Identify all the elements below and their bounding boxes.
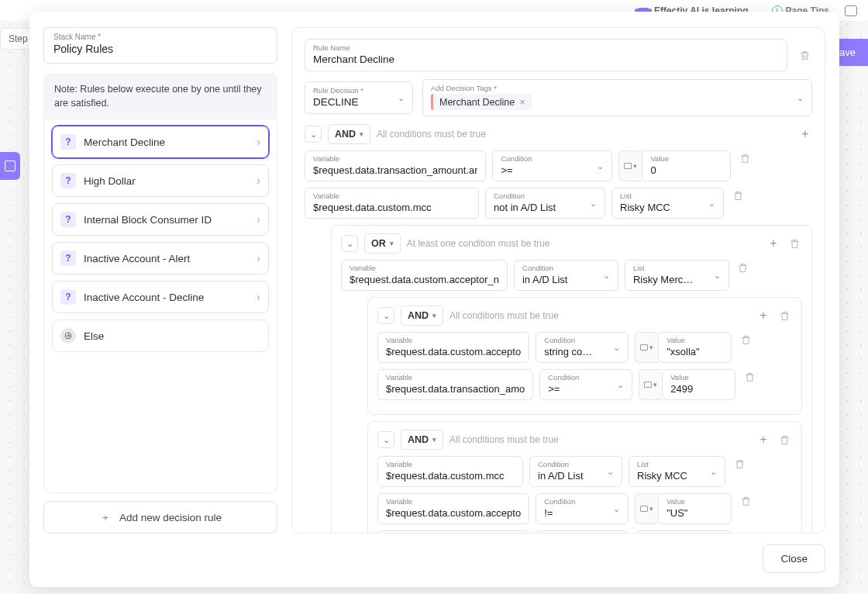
add-rule-button[interactable]: + Add new decision rule xyxy=(43,501,277,534)
rule-decision-label: Rule Decision xyxy=(313,86,405,95)
condition-row: Variable $request.data.custom.mcc Condit… xyxy=(377,456,792,487)
list-select[interactable]: List Risky MCC ⌄ xyxy=(629,456,725,487)
value-field[interactable]: Value "xsolla" xyxy=(658,332,732,363)
plus-icon: + xyxy=(99,511,112,523)
variable-field[interactable]: Variable $request.data.custom.accepto xyxy=(377,493,529,524)
close-button[interactable]: Close xyxy=(763,544,825,573)
variable-field[interactable]: Variable $request.data.custom.acceptor_n xyxy=(341,260,508,291)
condition-group-and-nested: ⌄ AND▾ All conditions must be true + Var… xyxy=(367,421,802,534)
chevron-right-icon: › xyxy=(257,174,260,187)
boolean-operator-select[interactable]: AND▾ xyxy=(401,306,443,326)
rule-label: Inactive Account - Alert xyxy=(84,253,249,264)
delete-condition-button[interactable] xyxy=(730,188,746,203)
variable-field[interactable]: Variable $request.data.custom.mcc xyxy=(377,456,523,487)
variable-field[interactable]: Variable $request.data.transaction_amo xyxy=(377,369,533,400)
condition-row: Variable $request.data.custom.mcc Condit… xyxy=(305,188,812,219)
condition-hint: At least one condition must be true xyxy=(407,238,550,249)
value-field[interactable]: Value "US" xyxy=(658,493,732,524)
arrow-right-icon xyxy=(60,328,76,344)
stack-name-field[interactable]: Stack Name Policy Rules xyxy=(43,27,277,64)
remove-tag-button[interactable]: × xyxy=(519,96,525,108)
condition-group-or: ⌄ OR▾ At least one condition must be tru… xyxy=(331,225,812,534)
decision-tag-chip: Merchant Decline × xyxy=(431,94,532,110)
delete-condition-button[interactable] xyxy=(738,493,753,509)
chevron-right-icon: › xyxy=(257,291,260,303)
rules-list: ? Merchant Decline › ? High Dollar › ? I… xyxy=(43,119,277,493)
list-select[interactable]: List Risky Merc… ⌄ xyxy=(625,260,729,291)
boolean-operator-select[interactable]: OR▾ xyxy=(364,233,401,254)
delete-condition-button[interactable] xyxy=(735,260,751,275)
rule-name-field[interactable]: Rule Name Merchant Decline xyxy=(305,39,787,71)
rule-item-high-dollar[interactable]: ? High Dollar › xyxy=(52,164,269,197)
value-type-toggle[interactable]: ▾ xyxy=(635,493,658,524)
chevron-right-icon: › xyxy=(257,136,260,148)
delete-condition-button[interactable] xyxy=(732,456,747,471)
stack-name-label: Stack Name xyxy=(53,33,267,41)
delete-rule-button[interactable] xyxy=(797,47,812,63)
question-icon: ? xyxy=(60,173,76,188)
note-box: Note: Rules below execute one by one unt… xyxy=(43,73,277,119)
list-select[interactable]: List Risky MCC ⌄ xyxy=(611,188,724,219)
condition-hint: All conditions must be true xyxy=(450,434,559,445)
condition-select[interactable]: Condition not in A/D List ⌄ xyxy=(485,188,605,219)
variable-field[interactable]: Variable $request.data.custom.accepto xyxy=(377,332,529,363)
condition-select[interactable]: Condition string co… ⌄ xyxy=(536,332,629,363)
question-icon: ? xyxy=(60,212,76,227)
chevron-right-icon: › xyxy=(257,213,260,226)
variable-field[interactable]: Variable $request.data.transaction_amoun… xyxy=(305,150,486,181)
value-type-toggle[interactable]: ▾ xyxy=(635,332,658,363)
condition-row: Variable $request.data.custom.accepto Co… xyxy=(377,332,792,363)
decision-tags-field[interactable]: Add Decision Tags Merchant Decline × ⌄ xyxy=(422,79,812,116)
collapse-toggle[interactable]: ⌄ xyxy=(377,431,394,448)
variable-field[interactable]: Variable $request.data.custom.mcc xyxy=(305,188,479,219)
rule-item-else[interactable]: Else xyxy=(52,319,269,352)
condition-group-and: ⌄ AND▾ All conditions must be true + Var… xyxy=(305,124,812,534)
rule-label: Internal Block Consumer ID xyxy=(84,214,249,226)
rule-item-internal-block[interactable]: ? Internal Block Consumer ID › xyxy=(52,203,269,236)
value-field[interactable]: Value 2499 xyxy=(662,369,735,400)
rule-item-merchant-decline[interactable]: ? Merchant Decline › xyxy=(52,126,269,158)
question-icon: ? xyxy=(60,289,76,305)
stack-name-value: Policy Rules xyxy=(53,43,267,55)
condition-select[interactable]: Condition in A/D List ⌄ xyxy=(514,260,618,291)
delete-condition-button[interactable] xyxy=(737,150,753,166)
collapse-toggle[interactable]: ⌄ xyxy=(341,235,358,252)
rules-modal: Stack Name Policy Rules Note: Rules belo… xyxy=(29,12,839,587)
condition-group-and-nested: ⌄ AND▾ All conditions must be true + Var… xyxy=(367,297,802,415)
rule-name-value: Merchant Decline xyxy=(313,54,779,65)
delete-group-button[interactable] xyxy=(777,308,792,323)
boolean-operator-select[interactable]: AND▾ xyxy=(401,430,443,450)
condition-select[interactable]: Condition in A/D List ⌄ xyxy=(529,456,622,487)
value-type-toggle[interactable]: ▾ xyxy=(618,150,642,181)
decision-tags-label: Add Decision Tags xyxy=(431,84,804,92)
condition-row: Variable $request.data.transaction_amoun… xyxy=(305,150,812,181)
collapse-toggle[interactable]: ⌄ xyxy=(377,307,394,324)
add-condition-button[interactable]: + xyxy=(766,237,780,250)
delete-group-button[interactable] xyxy=(787,236,802,251)
condition-hint: All conditions must be true xyxy=(377,129,486,140)
rule-name-label: Rule Name xyxy=(313,43,779,52)
value-field[interactable]: Value 0 xyxy=(642,150,731,181)
add-condition-button[interactable]: + xyxy=(756,309,770,323)
rule-label: Inactive Account - Decline xyxy=(84,292,249,303)
condition-select[interactable]: Condition >= ⌄ xyxy=(492,150,612,181)
delete-group-button[interactable] xyxy=(777,432,792,447)
boolean-operator-select[interactable]: AND▾ xyxy=(328,124,370,144)
rule-label: High Dollar xyxy=(84,175,249,187)
rule-decision-value: DECLINE xyxy=(313,96,405,108)
condition-select[interactable]: Condition >= ⌄ xyxy=(539,369,632,400)
rule-item-inactive-decline[interactable]: ? Inactive Account - Decline › xyxy=(52,281,269,313)
add-condition-button[interactable]: + xyxy=(756,433,770,447)
question-icon: ? xyxy=(60,134,76,150)
add-condition-button[interactable]: + xyxy=(798,127,812,141)
delete-condition-button[interactable] xyxy=(742,369,757,385)
rule-detail-panel: Rule Name Merchant Decline Rule Decision… xyxy=(291,27,825,534)
rule-item-inactive-alert[interactable]: ? Inactive Account - Alert › xyxy=(52,242,269,275)
tag-text: Merchant Decline xyxy=(439,97,515,108)
value-type-toggle[interactable]: ▾ xyxy=(639,369,662,400)
rule-decision-select[interactable]: Rule Decision DECLINE ⌄ xyxy=(305,81,413,114)
delete-condition-button[interactable] xyxy=(738,332,753,347)
condition-row: Variable $request.data.custom.accepto Co… xyxy=(377,493,792,524)
condition-select[interactable]: Condition != ⌄ xyxy=(536,493,629,524)
collapse-toggle[interactable]: ⌄ xyxy=(305,126,322,143)
